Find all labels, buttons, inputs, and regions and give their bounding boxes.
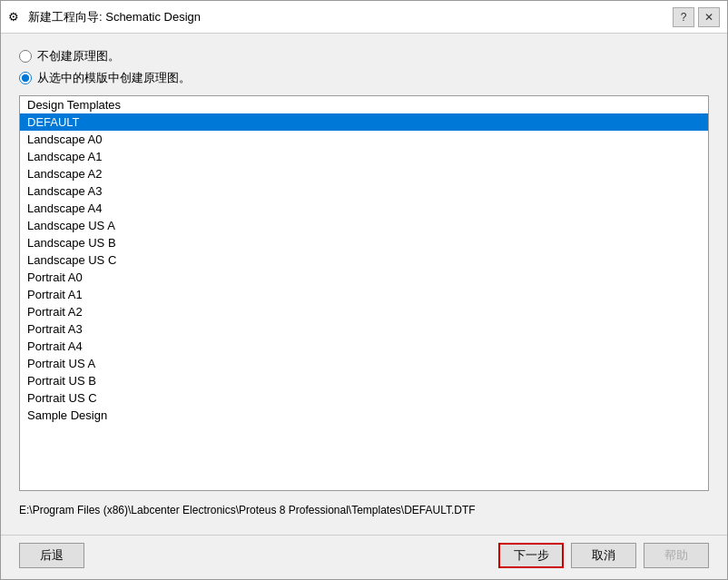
list-item[interactable]: DEFAULT [20,113,708,131]
list-item[interactable]: Portrait US C [20,389,708,407]
button-bar: 后退 下一步 取消 帮助 [1,535,727,579]
list-item[interactable]: Portrait US A [20,355,708,372]
list-item[interactable]: Landscape US C [20,251,708,269]
main-window: ⚙ 新建工程向导: Schematic Design ? ✕ 不创建原理图。 从… [0,0,728,580]
list-item[interactable]: Landscape US A [20,217,708,234]
list-item[interactable]: Landscape A1 [20,148,708,165]
list-item[interactable]: Landscape US B [20,234,708,251]
cancel-button[interactable]: 取消 [571,543,636,568]
list-item[interactable]: Landscape A4 [20,200,708,217]
radio-yes-input[interactable] [19,72,32,84]
radio-no-input[interactable] [19,50,32,63]
list-item[interactable]: Design Templates [20,96,708,113]
list-item[interactable]: Portrait A0 [20,269,708,286]
list-item[interactable]: Portrait A4 [20,338,708,355]
radio-yes-row[interactable]: 从选中的模版中创建原理图。 [19,70,709,86]
radio-no-label: 不创建原理图。 [37,48,120,64]
radio-yes-label: 从选中的模版中创建原理图。 [37,70,191,86]
list-item[interactable]: Landscape A2 [20,165,708,182]
help-dialog-button[interactable]: 帮助 [644,543,709,568]
list-item[interactable]: Portrait US B [20,372,708,389]
title-controls: ? ✕ [673,7,720,27]
window-title: 新建工程向导: Schematic Design [28,9,673,25]
template-list[interactable]: Design TemplatesDEFAULTLandscape A0Lands… [19,95,709,491]
title-bar: ⚙ 新建工程向导: Schematic Design ? ✕ [1,1,727,34]
list-item[interactable]: Portrait A2 [20,303,708,320]
help-button[interactable]: ? [673,7,694,27]
list-item[interactable]: Sample Design [20,407,708,424]
back-button[interactable]: 后退 [19,543,84,568]
list-item[interactable]: Portrait A3 [20,320,708,338]
dialog-content: 不创建原理图。 从选中的模版中创建原理图。 Design TemplatesDE… [1,34,727,535]
list-item[interactable]: Landscape A3 [20,182,708,200]
radio-group: 不创建原理图。 从选中的模版中创建原理图。 [19,48,709,86]
list-item[interactable]: Landscape A0 [20,131,708,148]
window-icon: ⚙ [8,10,23,25]
close-button[interactable]: ✕ [698,7,720,27]
radio-no-row[interactable]: 不创建原理图。 [19,48,709,64]
list-item[interactable]: Portrait A1 [20,286,708,303]
path-bar: E:\Program Files (x86)\Labcenter Electro… [19,500,709,520]
next-button[interactable]: 下一步 [498,543,564,568]
